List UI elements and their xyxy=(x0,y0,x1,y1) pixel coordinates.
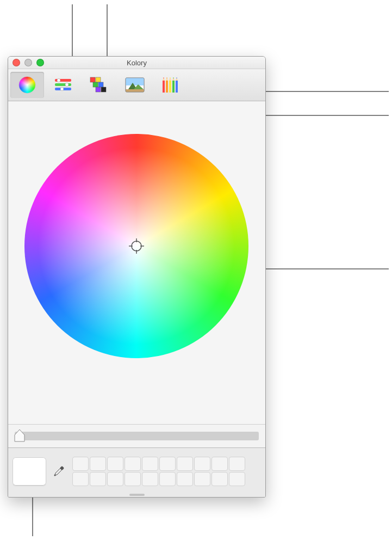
svg-marker-38 xyxy=(170,77,171,78)
pencils-icon xyxy=(161,76,180,94)
svg-rect-21 xyxy=(101,87,106,92)
svg-point-14 xyxy=(65,83,69,87)
swatch-cell[interactable] xyxy=(90,457,106,471)
titlebar: Kolory xyxy=(8,57,265,69)
tab-color-palettes[interactable] xyxy=(82,72,116,98)
tab-image-palettes[interactable] xyxy=(118,72,152,98)
eyedropper-button[interactable] xyxy=(52,464,67,479)
svg-rect-26 xyxy=(126,89,144,92)
swatch-cell[interactable] xyxy=(159,457,176,471)
swatch-cell[interactable] xyxy=(72,457,89,471)
svg-rect-18 xyxy=(93,82,98,87)
svg-rect-19 xyxy=(98,82,103,87)
svg-point-43 xyxy=(132,241,141,251)
swatch-cell[interactable] xyxy=(177,472,193,486)
svg-marker-34 xyxy=(163,77,164,78)
svg-rect-32 xyxy=(176,81,178,93)
svg-rect-20 xyxy=(96,87,101,92)
brightness-slider[interactable] xyxy=(15,432,259,440)
color-wheel-panel xyxy=(8,101,265,424)
palettes-icon xyxy=(90,77,108,93)
swatch-cell[interactable] xyxy=(107,472,123,486)
color-wheel-cursor-icon xyxy=(129,238,144,254)
tab-pencils[interactable] xyxy=(154,72,188,98)
minimize-button[interactable] xyxy=(24,59,32,66)
svg-marker-48 xyxy=(15,429,24,441)
brightness-slider-row xyxy=(8,424,265,447)
swatch-cell[interactable] xyxy=(159,472,176,486)
sliders-icon xyxy=(54,77,72,93)
swatch-cell[interactable] xyxy=(194,472,210,486)
image-icon xyxy=(125,77,145,93)
swatch-cell[interactable] xyxy=(107,457,123,471)
swatch-cell[interactable] xyxy=(229,457,245,471)
svg-rect-30 xyxy=(169,81,171,93)
swatch-cell[interactable] xyxy=(125,472,141,486)
swatch-cell[interactable] xyxy=(72,472,89,486)
saved-swatches-grid xyxy=(72,457,245,486)
swatch-cell[interactable] xyxy=(177,457,193,471)
svg-point-15 xyxy=(60,88,64,91)
traffic-lights xyxy=(13,59,44,66)
svg-rect-23 xyxy=(126,78,144,85)
svg-marker-40 xyxy=(173,77,174,78)
picker-mode-toolbar xyxy=(8,69,265,101)
brightness-slider-thumb[interactable] xyxy=(14,428,26,443)
svg-point-13 xyxy=(57,79,60,82)
swatch-cell[interactable] xyxy=(142,457,158,471)
swatches-panel xyxy=(8,447,265,497)
color-wheel-icon xyxy=(18,76,36,94)
svg-rect-31 xyxy=(172,81,175,93)
swatch-cell[interactable] xyxy=(90,472,106,486)
swatch-cell[interactable] xyxy=(142,472,158,486)
current-color-swatch[interactable] xyxy=(13,457,46,486)
svg-marker-42 xyxy=(176,77,177,78)
resize-grip[interactable] xyxy=(129,494,145,496)
close-button[interactable] xyxy=(13,59,20,66)
swatch-cell[interactable] xyxy=(211,457,228,471)
swatch-cell[interactable] xyxy=(194,457,210,471)
swatch-cell[interactable] xyxy=(229,472,245,486)
eyedropper-icon xyxy=(53,464,66,479)
svg-rect-17 xyxy=(96,77,101,82)
swatch-cell[interactable] xyxy=(211,472,228,486)
svg-rect-28 xyxy=(163,81,165,93)
svg-rect-16 xyxy=(90,77,95,82)
svg-rect-11 xyxy=(55,83,71,86)
zoom-button[interactable] xyxy=(36,59,44,66)
tab-color-wheel[interactable] xyxy=(10,72,44,98)
swatch-cell[interactable] xyxy=(125,457,141,471)
svg-marker-36 xyxy=(166,77,167,78)
color-wheel[interactable] xyxy=(24,134,248,358)
colors-window: Kolory xyxy=(8,56,266,498)
tab-color-sliders[interactable] xyxy=(46,72,80,98)
svg-point-50 xyxy=(54,474,56,476)
svg-rect-29 xyxy=(166,81,168,93)
window-title: Kolory xyxy=(8,59,265,67)
